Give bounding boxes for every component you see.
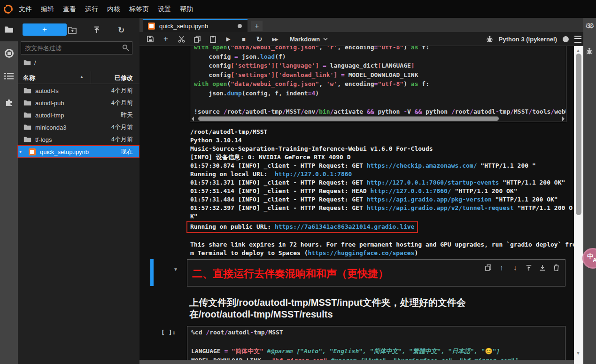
cut-icon[interactable] (178, 36, 185, 43)
code-segment: with (194, 80, 209, 87)
file-row[interactable]: autodl-fs4个月前 (18, 85, 139, 97)
paste-icon[interactable] (209, 36, 216, 43)
menu-item[interactable]: 运行 (85, 0, 98, 18)
code-segment: webUI_f (554, 108, 566, 115)
sidebar-tab-running-kernels[interactable] (0, 45, 18, 61)
code-segment: LANGUAGE (381, 62, 411, 69)
markdown-line: 在/root/autodl-tmp/MSST/results (189, 309, 518, 320)
folder-icon (23, 124, 31, 131)
cell-collapser-bar[interactable] (150, 259, 154, 286)
file-name: autodl-tmp (35, 112, 64, 119)
run-icon[interactable]: ▶ (225, 36, 232, 42)
code-cell-language-params[interactable]: %cd /root/autodl-tmp/MSST LANGUAGE = "简体… (187, 326, 565, 360)
scrollbar-thumb[interactable] (198, 116, 499, 121)
code-segment: Running on public URL: (190, 223, 275, 230)
filter-files-input[interactable] (21, 41, 132, 54)
menu-item[interactable]: 帮助 (180, 0, 193, 18)
code-segment: open (212, 46, 227, 51)
kernel-name[interactable]: Python 3 (ipykernel) (499, 36, 557, 43)
output-link[interactable]: https://huggingface.co/spaces (308, 249, 414, 256)
kernel-status-indicator[interactable] (563, 36, 569, 42)
new-folder-icon[interactable] (68, 25, 77, 35)
code-segment: "HTTP/1.1 200 OK" (499, 179, 565, 186)
add-cell-icon[interactable]: + (163, 34, 169, 44)
save-icon[interactable] (147, 36, 154, 42)
list-icon (4, 72, 14, 80)
restart-run-all-icon[interactable]: ▶▶ (271, 37, 278, 42)
code-segment: ) (315, 90, 319, 97)
output-link[interactable]: http://127.0.0.1:7860 (275, 170, 352, 178)
tab-quick-setup[interactable]: quick_setup.ipynb (143, 19, 248, 32)
insert-cell-below-icon[interactable] (539, 264, 546, 271)
sidebar-tab-files[interactable] (0, 18, 18, 41)
code-segment: root (209, 329, 224, 336)
scrollbar-thumb[interactable] (576, 54, 581, 215)
scroll-right-icon[interactable] (562, 116, 565, 121)
code-segment (209, 80, 212, 87)
menu-item[interactable]: 内核 (107, 0, 120, 18)
upload-icon[interactable] (92, 25, 101, 35)
debugger-bug-icon[interactable] (486, 35, 493, 43)
file-row[interactable]: •quick_setup.ipynb现在 (18, 146, 139, 158)
code-segment: "HTTP/1.1 200 " (477, 162, 536, 169)
file-row[interactable]: autodl-pub4个月前 (18, 97, 139, 109)
sidebar-tab-toc[interactable] (0, 68, 18, 84)
output-link[interactable]: https://api.gradio.app/v2/tunnel-request (367, 204, 514, 211)
output-link[interactable]: https://api.gradio.app/pkg-version (367, 196, 492, 203)
column-name[interactable]: 名称 (23, 74, 35, 82)
move-down-icon[interactable]: ↓ (512, 263, 519, 271)
property-inspector-gears-icon[interactable]: ⚙⚙ (585, 22, 591, 30)
menu-item[interactable]: 文件 (19, 0, 32, 18)
new-tab-button[interactable]: + (251, 21, 263, 31)
markdown-heading-cell[interactable]: 二、直接运行去伴奏混响和和声（更快捷） ↑ ↓ (187, 259, 565, 287)
duplicate-cell-icon[interactable] (485, 264, 491, 271)
scroll-left-icon[interactable] (192, 116, 194, 121)
file-modified: 4个月前 (111, 123, 133, 132)
hamburger-menu-icon[interactable] (574, 36, 581, 43)
move-up-icon[interactable]: ↑ (498, 263, 505, 271)
output-link[interactable]: https://checkip.amazonaws.com/ (367, 162, 477, 169)
code-segment: load (260, 53, 275, 60)
code-line: config = json.load(f) (194, 52, 562, 62)
code-segment: ['settings']['language'] (231, 62, 319, 69)
file-row[interactable]: autodl-tmp昨天 (18, 109, 139, 121)
cell-horizontal-scrollbar[interactable] (192, 116, 565, 121)
menu-item[interactable]: 设置 (158, 0, 171, 18)
output-link[interactable]: http://127.0.0.1:7860/startup-events (367, 179, 499, 186)
new-launcher-button[interactable]: + (23, 23, 67, 36)
file-row[interactable]: miniconda34个月前 (18, 121, 139, 133)
file-row[interactable]: tf-logs4个月前 (18, 133, 139, 146)
delete-cell-icon[interactable] (553, 264, 559, 271)
code-line: /root/autodl-tmp/MSST (190, 128, 574, 136)
file-list-header[interactable]: 名称 ▲ 已修改 (18, 71, 139, 84)
vertical-scrollbar[interactable]: ▲ ▼ (574, 46, 583, 364)
code-line: 01:57:31.484 [INFO] _client - HTTP Reque… (190, 195, 574, 204)
insert-cell-above-icon[interactable] (526, 264, 532, 271)
code-segment: && (367, 108, 374, 115)
scroll-up-icon[interactable]: ▲ (576, 48, 581, 53)
notebook-icon (148, 23, 155, 30)
copy-icon[interactable] (194, 36, 201, 43)
horizontal-scrollbar-track[interactable] (139, 360, 574, 364)
output-link[interactable]: https://7a61341ac863a21014.gradio.live (275, 223, 414, 230)
output-link[interactable]: http://127.0.0.1:7860/ (371, 187, 451, 194)
menu-item[interactable]: 查看 (63, 0, 76, 18)
refresh-icon[interactable]: ↻ (116, 25, 126, 35)
menu-item[interactable]: 标签页 (129, 0, 149, 18)
cell-type-dropdown[interactable]: Markdown (290, 36, 328, 43)
scroll-down-icon[interactable]: ▼ (576, 350, 581, 356)
code-segment: 'r' (326, 46, 337, 51)
debugger-bug-icon[interactable] (586, 47, 593, 55)
restart-kernel-icon[interactable]: ↻ (256, 35, 263, 44)
code-cell-webui-launch[interactable]: with open("data/webui_config.json", 'r',… (190, 46, 566, 122)
code-segment: - (250, 329, 254, 336)
menu-item[interactable]: 编辑 (41, 0, 54, 18)
stop-icon[interactable]: ■ (240, 36, 247, 43)
breadcrumb[interactable]: / (23, 59, 36, 66)
code-segment: / (282, 108, 286, 115)
collapse-caret-icon[interactable]: ▼ (173, 267, 178, 272)
sidebar-tab-extensions[interactable] (0, 94, 18, 110)
cell-output: /root/autodl-tmp/MSSTPython 3.10.14Music… (190, 128, 574, 257)
column-modified[interactable]: 已修改 (91, 71, 139, 84)
chevron-down-icon (323, 38, 328, 40)
